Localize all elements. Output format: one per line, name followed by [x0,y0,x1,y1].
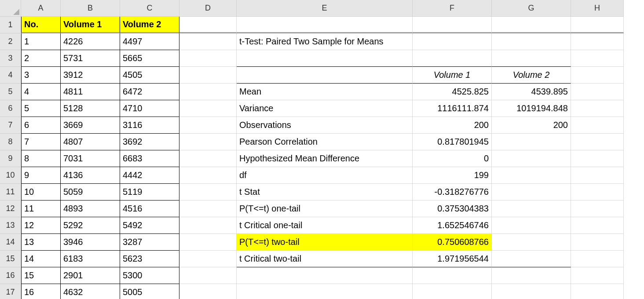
empty-cell[interactable] [179,167,237,184]
empty-cell[interactable] [571,167,624,184]
ttest-cell[interactable]: t-Test: Paired Two Sample for Means [237,33,413,50]
data-cell[interactable]: 5300 [120,267,179,284]
row-header-14[interactable]: 14 [0,234,21,251]
data-cell[interactable]: 9 [21,167,61,184]
data-cell[interactable]: 4 [21,84,61,100]
ttest-cell[interactable] [492,167,571,184]
data-cell[interactable]: 4505 [120,67,179,84]
row-header-13[interactable]: 13 [0,217,21,234]
data-cell[interactable]: 16 [21,284,61,299]
row-header-15[interactable]: 15 [0,251,21,267]
empty-cell[interactable] [179,33,237,50]
ttest-cell[interactable] [492,150,571,167]
empty-cell[interactable] [179,84,237,100]
empty-cell[interactable] [571,17,624,33]
empty-cell[interactable] [571,201,624,217]
ttest-cell[interactable]: 0 [413,150,492,167]
row-header-11[interactable]: 11 [0,184,21,201]
col-header-d[interactable]: D [179,0,237,17]
ttest-cell[interactable] [237,267,413,284]
ttest-cell[interactable] [413,284,492,299]
ttest-cell[interactable]: P(T<=t) two-tail [237,234,413,251]
ttest-cell[interactable]: t Stat [237,184,413,201]
ttest-cell[interactable] [492,33,571,50]
empty-cell[interactable] [179,50,237,67]
empty-cell[interactable] [179,67,237,84]
empty-cell[interactable] [571,134,624,150]
ttest-cell[interactable]: Hypothesized Mean Difference [237,150,413,167]
ttest-cell[interactable] [413,17,492,33]
data-cell[interactable]: 4442 [120,167,179,184]
ttest-cell[interactable]: 1.971956544 [413,251,492,267]
row-header-5[interactable]: 5 [0,84,21,100]
empty-cell[interactable] [571,217,624,234]
data-cell[interactable]: 5119 [120,184,179,201]
data-cell[interactable]: 10 [21,184,61,201]
empty-cell[interactable] [571,67,624,84]
row-header-16[interactable]: 16 [0,267,21,284]
data-cell[interactable]: 4811 [61,84,120,100]
ttest-cell[interactable]: 200 [492,117,571,134]
ttest-cell[interactable] [492,267,571,284]
ttest-cell[interactable]: 0.375304383 [413,201,492,217]
ttest-cell[interactable]: 1.652546746 [413,217,492,234]
data-cell[interactable]: 5665 [120,50,179,67]
empty-cell[interactable] [179,251,237,267]
row-header-9[interactable]: 9 [0,150,21,167]
data-cell[interactable]: 5292 [61,217,120,234]
col-header-e[interactable]: E [237,0,413,17]
data-header-cell[interactable]: Volume 2 [120,17,179,33]
ttest-cell[interactable] [492,234,571,251]
row-header-4[interactable]: 4 [0,67,21,84]
data-cell[interactable]: 4710 [120,100,179,117]
empty-cell[interactable] [179,117,237,134]
data-cell[interactable]: 11 [21,201,61,217]
data-cell[interactable]: 3287 [120,234,179,251]
empty-cell[interactable] [179,234,237,251]
data-cell[interactable]: 5731 [61,50,120,67]
ttest-cell[interactable] [413,267,492,284]
ttest-cell[interactable]: 200 [413,117,492,134]
row-header-12[interactable]: 12 [0,201,21,217]
ttest-cell[interactable]: 4539.895 [492,84,571,100]
data-cell[interactable]: 14 [21,251,61,267]
ttest-cell[interactable]: t Critical two-tail [237,251,413,267]
empty-cell[interactable] [571,100,624,117]
empty-cell[interactable] [179,134,237,150]
data-cell[interactable]: 2 [21,50,61,67]
data-cell[interactable]: 6 [21,117,61,134]
data-cell[interactable]: 4632 [61,284,120,299]
ttest-cell[interactable]: Observations [237,117,413,134]
data-cell[interactable]: 5005 [120,284,179,299]
col-header-c[interactable]: C [120,0,179,17]
empty-cell[interactable] [179,267,237,284]
empty-cell[interactable] [571,117,624,134]
data-cell[interactable]: 5492 [120,217,179,234]
data-cell[interactable]: 3116 [120,117,179,134]
data-cell[interactable]: 5128 [61,100,120,117]
ttest-cell[interactable] [492,17,571,33]
ttest-cell[interactable]: P(T<=t) one-tail [237,201,413,217]
data-cell[interactable]: 4497 [120,33,179,50]
empty-cell[interactable] [571,234,624,251]
empty-cell[interactable] [571,150,624,167]
data-cell[interactable]: 3946 [61,234,120,251]
ttest-cell[interactable]: 1019194.848 [492,100,571,117]
empty-cell[interactable] [179,284,237,299]
data-cell[interactable]: 15 [21,267,61,284]
data-cell[interactable]: 13 [21,234,61,251]
empty-cell[interactable] [179,201,237,217]
col-header-f[interactable]: F [413,0,492,17]
ttest-cell[interactable] [237,50,413,67]
col-header-h[interactable]: H [571,0,624,17]
row-header-7[interactable]: 7 [0,117,21,134]
data-cell[interactable]: 7 [21,134,61,150]
data-cell[interactable]: 3912 [61,67,120,84]
data-cell[interactable]: 4807 [61,134,120,150]
col-header-b[interactable]: B [61,0,120,17]
empty-cell[interactable] [571,251,624,267]
data-cell[interactable]: 4893 [61,201,120,217]
row-header-8[interactable]: 8 [0,134,21,150]
ttest-cell[interactable] [492,184,571,201]
ttest-cell[interactable]: 1116111.874 [413,100,492,117]
